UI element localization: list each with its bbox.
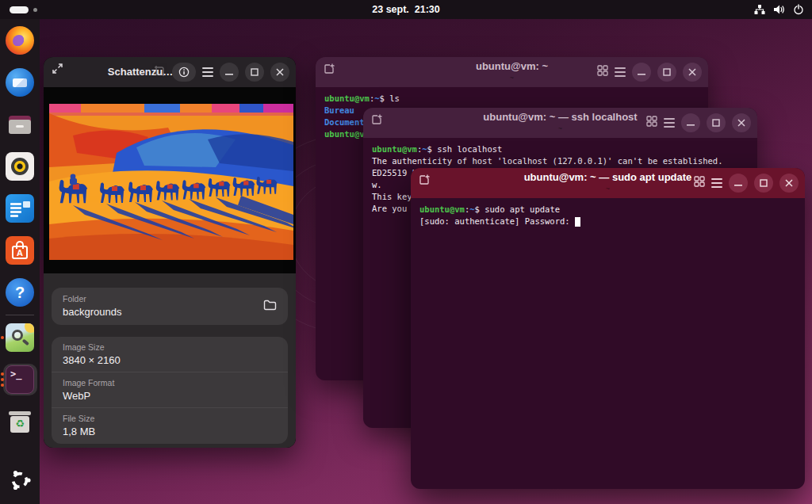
desktop: 23 sept. 21:30 A ? (0, 0, 812, 504)
thunderbird-icon (6, 68, 34, 97)
dock-item-image-viewer[interactable] (3, 322, 37, 353)
terminal3-titlebar[interactable]: ubuntu@vm: ~ — sudo apt update ~ (411, 168, 805, 198)
menu-icon[interactable] (615, 67, 626, 77)
menu-icon[interactable] (202, 67, 213, 77)
maximize-button[interactable] (754, 174, 773, 193)
terminal-line: ubuntu@vm:~$ ls (324, 93, 699, 105)
terminal-text-segment: ubuntu@vm (324, 94, 370, 103)
system-tray[interactable] (754, 0, 804, 19)
new-tab-icon[interactable] (324, 63, 335, 78)
terminal-text-segment: ubuntu@vm (419, 204, 465, 214)
terminal3-body[interactable]: ubuntu@vm:~$ sudo apt update[sudo: authe… (411, 198, 805, 233)
file-size-label: File Size (63, 414, 277, 423)
terminal-text-segment: $ ls (380, 94, 400, 103)
dock-item-rhythmbox[interactable] (3, 151, 37, 182)
app-center-icon: A (6, 236, 34, 265)
dock-item-help[interactable]: ? (3, 277, 37, 308)
maximize-button[interactable] (657, 63, 676, 82)
running-indicator (1, 336, 4, 339)
image-format-label: Image Format (63, 378, 277, 388)
network-icon[interactable] (754, 4, 765, 15)
rhythmbox-icon (6, 152, 34, 181)
maximize-button[interactable] (707, 113, 726, 132)
new-tab-icon[interactable] (371, 113, 383, 128)
minimize-button[interactable] (632, 63, 651, 82)
file-size-value: 1,8 MB (63, 426, 277, 437)
dock-separator (6, 315, 34, 315)
terminal-line: The authenticity of host 'localhost (127… (372, 155, 749, 167)
terminal-text-segment (575, 217, 580, 227)
folder-label: Folder (63, 294, 277, 304)
camel-desert-photo (49, 104, 293, 260)
dock-item-firefox[interactable] (3, 25, 37, 56)
dock-item-trash[interactable]: ♻ (3, 406, 37, 437)
trash-icon: ♻ (6, 407, 34, 436)
terminal-text-segment: ubuntu@vm (372, 144, 417, 154)
open-folder-icon[interactable] (263, 300, 277, 314)
dock-item-app-center[interactable]: A (3, 235, 37, 266)
tab-grid-icon[interactable] (597, 65, 608, 79)
terminal-text-segment: $ ssh localhost (427, 144, 503, 154)
dock-item-libreoffice-writer[interactable] (3, 193, 37, 224)
terminal-icon: >_ (6, 365, 34, 394)
dock: A ? >_ ♻ (0, 19, 40, 504)
image-format-row: Image Format WebP (52, 372, 288, 408)
folder-value: backgrounds (63, 306, 277, 318)
help-icon: ? (6, 278, 34, 307)
terminal-text-segment: The authenticity of host 'localhost (127… (372, 156, 723, 166)
terminal-text-segment: [sudo: authenticate] Password: (419, 216, 575, 226)
close-button[interactable] (779, 174, 799, 193)
image-size-row: Image Size 3840 × 2160 (52, 337, 288, 372)
power-icon[interactable] (793, 4, 804, 15)
crop-icon[interactable] (154, 65, 166, 80)
volume-icon[interactable] (773, 4, 785, 15)
dock-item-thunderbird[interactable] (3, 67, 37, 98)
file-size-row: File Size 1,8 MB (52, 408, 288, 444)
menu-icon[interactable] (711, 178, 722, 188)
libreoffice-writer-icon (6, 194, 34, 223)
maximize-button[interactable] (245, 63, 264, 82)
info-button[interactable] (172, 63, 196, 82)
menu-icon[interactable] (664, 118, 675, 128)
dock-item-files[interactable] (3, 109, 37, 140)
image-format-value: WebP (63, 390, 277, 402)
tab-grid-icon[interactable] (694, 176, 705, 190)
close-button[interactable] (683, 63, 702, 82)
dock-item-terminal[interactable]: >_ (3, 364, 37, 395)
minimize-button[interactable] (681, 113, 700, 132)
terminal-line: ubuntu@vm:~$ sudo apt update (419, 204, 796, 216)
terminal1-titlebar[interactable]: ubuntu@vm: ~ ~ (316, 57, 708, 87)
folder-row[interactable]: Folder backgrounds (52, 288, 288, 325)
close-button[interactable] (732, 113, 751, 132)
image-size-value: 3840 × 2160 (63, 354, 277, 366)
clock[interactable]: 23 sept. 21:30 (0, 4, 812, 15)
metadata-card: Image Size 3840 × 2160 Image Format WebP… (52, 337, 288, 444)
terminal2-titlebar[interactable]: ubuntu@vm: ~ — ssh localhost ~ (363, 108, 757, 138)
image-viewer-icon (6, 323, 34, 352)
terminal-text-segment: w. (372, 180, 382, 189)
viewer-image-area (44, 87, 296, 273)
ubuntu-logo-icon (9, 469, 31, 494)
expand-icon[interactable] (52, 63, 63, 78)
viewer-properties-panel: Folder backgrounds Image Size 3840 × 216… (44, 273, 296, 448)
firefox-icon (6, 26, 34, 55)
minimize-button[interactable] (729, 174, 748, 193)
close-button[interactable] (270, 63, 289, 82)
running-indicator (1, 372, 4, 387)
image-viewer-window: Schattenzu… (44, 57, 296, 448)
minimize-button[interactable] (220, 63, 239, 82)
tab-grid-icon[interactable] (646, 116, 657, 130)
new-tab-icon[interactable] (419, 174, 431, 189)
show-apps-button[interactable] (3, 466, 37, 498)
terminal-text-segment: $ sudo apt update (475, 204, 560, 214)
viewer-titlebar[interactable]: Schattenzu… (44, 57, 296, 87)
terminal-line: [sudo: authenticate] Password: (419, 216, 796, 227)
top-bar: 23 sept. 21:30 (0, 0, 812, 19)
terminal-line: ubuntu@vm:~$ ssh localhost (372, 143, 749, 155)
terminal-text-segment: Bureau (324, 105, 354, 115)
files-icon (6, 110, 34, 139)
image-size-label: Image Size (63, 342, 277, 352)
terminal-window-3-sudo: ubuntu@vm: ~ — sudo apt update ~ ubuntu@… (411, 168, 805, 489)
